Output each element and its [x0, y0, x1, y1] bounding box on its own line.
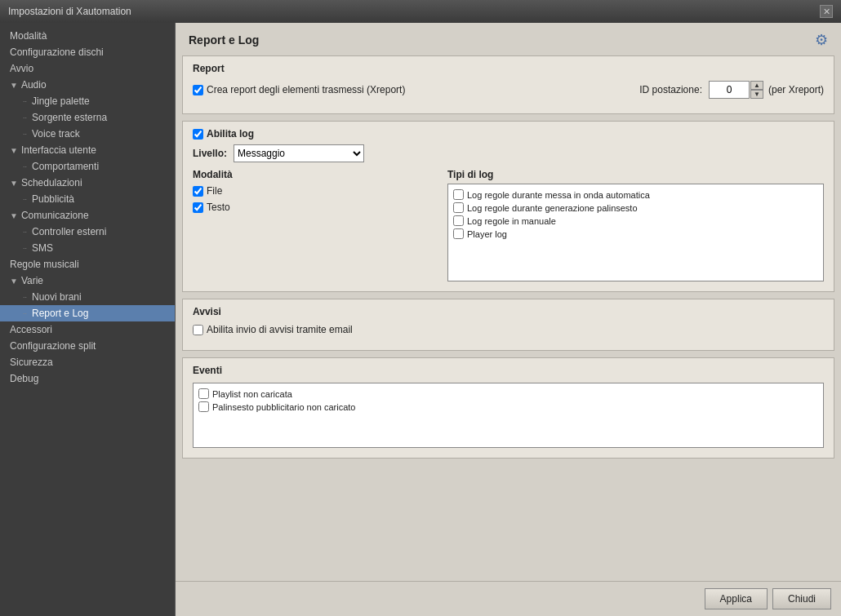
tipi-row-4: Player log — [453, 228, 818, 239]
tipi-row-3: Log regole in manuale — [453, 215, 818, 226]
report-row: Crea report degli elementi trasmessi (Xr… — [193, 81, 824, 99]
sidebar-item-sms[interactable]: ··SMS — [0, 240, 175, 256]
tipi-title: Tipi di log — [447, 169, 824, 180]
sidebar-item-jingle-palette[interactable]: ··Jingle palette — [0, 93, 175, 109]
sidebar-item-conf-dischi[interactable]: Configurazione dischi — [0, 44, 175, 60]
sidebar-item-avvio[interactable]: Avvio — [0, 60, 175, 77]
testo-label[interactable]: Testo — [207, 202, 230, 213]
log-messa-checkbox[interactable] — [453, 189, 464, 200]
id-postazione-group: ID postazione: ▲ ▼ (per Xreport) — [639, 81, 824, 99]
collapse-icon: ▼ — [10, 277, 18, 286]
log-manuale-checkbox[interactable] — [453, 215, 464, 226]
sidebar-item-modalita[interactable]: Modalità — [0, 28, 175, 44]
sidebar-item-regole-musicali[interactable]: Regole musicali — [0, 256, 175, 273]
child-dot: ·· — [23, 113, 27, 122]
log-section: Abilita log Livello: Messaggio Debug Avv… — [182, 121, 834, 292]
sidebar-item-pubblicita[interactable]: ··Pubblicità — [0, 191, 175, 207]
chiudi-button[interactable]: Chiudi — [772, 588, 831, 609]
collapse-icon: ▼ — [10, 211, 18, 220]
log-columns: Modalità File Testo Tipi di log — [193, 169, 824, 281]
log-gen-checkbox[interactable] — [453, 202, 464, 213]
sidebar-item-varie[interactable]: ▼Varie — [0, 273, 175, 289]
sidebar: ModalitàConfigurazione dischiAvvio▼Audio… — [0, 23, 176, 616]
sidebar-item-sicurezza[interactable]: Sicurezza — [0, 354, 175, 370]
sidebar-item-comportamenti[interactable]: ··Comportamenti — [0, 158, 175, 175]
applica-button[interactable]: Applica — [705, 588, 768, 609]
content-area: Report e Log ⚙ Report Crea report degli … — [176, 23, 841, 616]
child-dot: ·· — [23, 97, 27, 105]
abilita-log-row: Abilita log — [193, 128, 824, 140]
playlist-nc-label[interactable]: Playlist non caricata — [212, 389, 292, 399]
avvisi-section: Avvisi Abilita invio di avvisi tramite e… — [182, 299, 834, 351]
email-row: Abilita invio di avvisi tramite email — [193, 324, 824, 335]
eventi-section-title: Eventi — [193, 365, 824, 376]
id-postazione-label: ID postazione: — [639, 84, 702, 95]
window-title: Impostazioni di Xautomation — [8, 6, 131, 17]
close-button[interactable]: ✕ — [820, 5, 833, 18]
livello-label: Livello: — [193, 148, 227, 159]
file-label[interactable]: File — [207, 185, 222, 197]
crea-report-checkbox[interactable] — [193, 85, 203, 95]
log-gen-label[interactable]: Log regole durante generazione palinsest… — [467, 203, 638, 213]
abilita-log-label[interactable]: Abilita log — [207, 128, 254, 140]
tipi-row-1: Log regole durante messa in onda automat… — [453, 189, 818, 200]
log-left: Modalità File Testo — [193, 169, 438, 281]
child-dot: ·· — [23, 130, 27, 138]
report-section-title: Report — [193, 63, 824, 74]
log-messa-label[interactable]: Log regole durante messa in onda automat… — [467, 190, 650, 200]
child-dot: ·· — [23, 244, 27, 252]
child-dot: ·· — [23, 309, 27, 317]
abilita-email-label[interactable]: Abilita invio di avvisi tramite email — [207, 324, 353, 335]
sidebar-item-voice-track[interactable]: ··Voice track — [0, 126, 175, 142]
playlist-nc-checkbox[interactable] — [198, 388, 209, 399]
sidebar-item-configurazione-split[interactable]: Configurazione split — [0, 338, 175, 354]
player-log-checkbox[interactable] — [453, 228, 464, 239]
sidebar-item-report-e-log[interactable]: ··Report e Log — [0, 305, 175, 321]
file-checkbox[interactable] — [193, 186, 203, 197]
sidebar-item-nuovi-brani[interactable]: ··Nuovi brani — [0, 289, 175, 305]
report-section: Report Crea report degli elementi trasme… — [182, 55, 834, 114]
content-header: Report e Log ⚙ — [176, 23, 841, 55]
sidebar-item-audio[interactable]: ▼Audio — [0, 77, 175, 93]
abilita-email-checkbox[interactable] — [193, 325, 203, 335]
sidebar-item-interfaccia-utente[interactable]: ▼Interfaccia utente — [0, 142, 175, 158]
sidebar-item-schedulazioni[interactable]: ▼Schedulazioni — [0, 175, 175, 191]
tipi-box: Log regole durante messa in onda automat… — [447, 184, 824, 281]
page-title: Report e Log — [189, 33, 259, 47]
tipi-row-2: Log regole durante generazione palinsest… — [453, 202, 818, 213]
event-row-2: Palinsesto pubblicitario non caricato — [198, 401, 818, 412]
crea-report-label[interactable]: Crea report degli elementi trasmessi (Xr… — [207, 84, 405, 95]
palinsesto-nc-label[interactable]: Palinsesto pubblicitario non caricato — [212, 402, 356, 412]
gear-icon: ⚙ — [815, 31, 828, 49]
sidebar-item-comunicazione[interactable]: ▼Comunicazione — [0, 207, 175, 224]
player-log-label[interactable]: Player log — [467, 229, 507, 239]
id-postazione-input[interactable] — [709, 81, 750, 99]
testo-row: Testo — [193, 202, 438, 213]
sidebar-item-accessori[interactable]: Accessori — [0, 321, 175, 338]
spinner-buttons: ▲ ▼ — [750, 81, 763, 99]
palinsesto-nc-checkbox[interactable] — [198, 401, 209, 412]
child-dot: ·· — [23, 228, 27, 236]
file-row: File — [193, 185, 438, 197]
log-manuale-label[interactable]: Log regole in manuale — [467, 216, 556, 226]
child-dot: ·· — [23, 293, 27, 301]
per-xreport-label: (per Xreport) — [768, 84, 824, 95]
event-row-1: Playlist non caricata — [198, 388, 818, 399]
abilita-log-checkbox[interactable] — [193, 129, 203, 140]
events-box: Playlist non caricata Palinsesto pubblic… — [193, 383, 824, 448]
spinner-up-button[interactable]: ▲ — [750, 81, 763, 90]
sidebar-item-debug[interactable]: Debug — [0, 370, 175, 387]
eventi-section: Eventi Playlist non caricata Palinsesto … — [182, 357, 834, 459]
avvisi-section-title: Avvisi — [193, 306, 824, 317]
sidebar-item-controller-esterni[interactable]: ··Controller esterni — [0, 224, 175, 240]
modalita-label: Modalità — [193, 169, 438, 180]
collapse-icon: ▼ — [10, 146, 18, 155]
child-dot: ·· — [23, 162, 27, 171]
sidebar-item-sorgente-esterna[interactable]: ··Sorgente esterna — [0, 109, 175, 126]
level-row: Livello: Messaggio Debug Avviso Errore — [193, 144, 824, 162]
title-bar: Impostazioni di Xautomation ✕ — [0, 0, 841, 23]
testo-checkbox[interactable] — [193, 202, 203, 213]
livello-select[interactable]: Messaggio Debug Avviso Errore — [234, 144, 364, 162]
spinner-down-button[interactable]: ▼ — [750, 90, 763, 99]
collapse-icon: ▼ — [10, 179, 18, 188]
